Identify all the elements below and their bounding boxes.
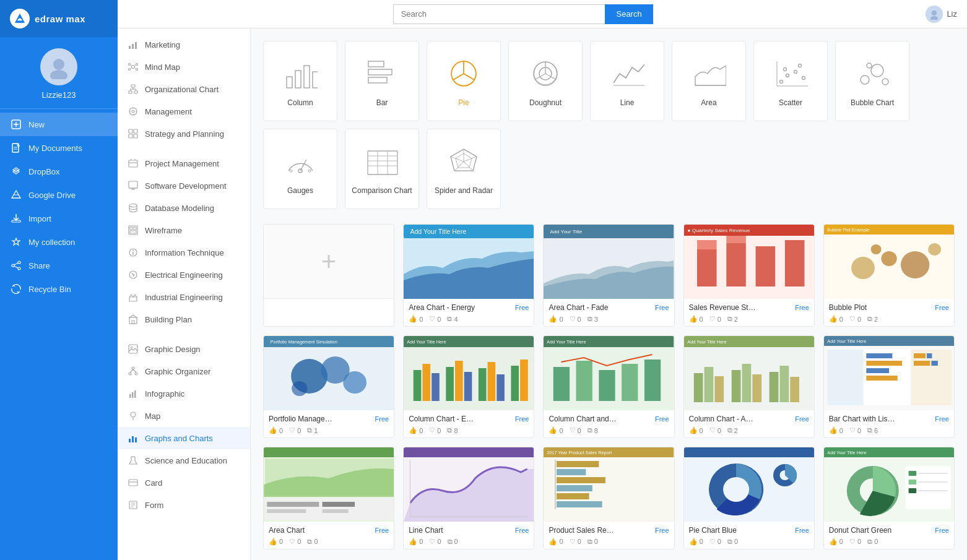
svg-line-129 (464, 162, 473, 171)
row3-5-free: Free (935, 527, 949, 534)
nav-item-google-drive[interactable]: Google Drive (0, 183, 118, 207)
bar-chart-icon (363, 55, 401, 92)
secondary-industrial[interactable]: Industrial Engineering (118, 286, 250, 308)
chart-type-column[interactable]: Column (263, 41, 337, 121)
chart-type-scatter[interactable]: Scatter (753, 41, 828, 121)
template-bar-list[interactable]: Add Your Title Here (823, 335, 955, 438)
nav-item-dropbox[interactable]: DropBox (0, 160, 118, 183)
svg-line-130 (454, 162, 464, 171)
secondary-orgchart[interactable]: Organizational Chart (118, 78, 250, 100)
template-row3-5[interactable]: Add Your Title Here (823, 447, 955, 549)
svg-point-0 (53, 59, 64, 70)
secondary-form[interactable]: Form (118, 494, 250, 516)
secondary-building[interactable]: Building Plan (118, 308, 250, 330)
secondary-marketing[interactable]: Marketing (118, 33, 250, 56)
secondary-database[interactable]: Database Modeling (118, 197, 250, 219)
chart-type-bubble[interactable]: Bubble Chart (835, 41, 909, 121)
template-row3-3[interactable]: 2017 Year Product Sales Report Pr (543, 447, 674, 549)
svg-rect-216 (323, 502, 355, 507)
svg-rect-142 (697, 240, 717, 249)
secondary-label-map: Map (145, 411, 160, 421)
recycle-icon (10, 283, 22, 295)
chart-type-line[interactable]: Line (590, 41, 664, 121)
svg-rect-22 (132, 44, 134, 49)
nav-item-share[interactable]: Share (0, 254, 118, 277)
secondary-science[interactable]: Science and Education (118, 449, 250, 472)
svg-point-113 (882, 79, 888, 85)
svg-rect-143 (726, 243, 746, 286)
secondary-card[interactable]: Card (118, 472, 250, 494)
template-portfolio[interactable]: Portfolio Management Simulation Portfoli… (263, 335, 394, 438)
chart-type-spider[interactable]: Spider and Radar (427, 129, 501, 209)
row3-5-copies: ⧉ 0 (867, 538, 878, 546)
svg-rect-141 (697, 249, 717, 286)
secondary-project[interactable]: Project Management (118, 152, 250, 174)
main-content: Column Bar (251, 28, 967, 560)
svg-rect-169 (455, 361, 463, 401)
secondary-graphic-design[interactable]: Graphic Design (118, 338, 250, 360)
search-input[interactable] (393, 4, 605, 24)
row3-4-hearts: ♡ 0 (709, 538, 721, 546)
svg-rect-228 (557, 485, 592, 491)
chart-type-doughnut[interactable]: Doughnut (508, 41, 583, 121)
svg-rect-49 (134, 134, 137, 138)
bubble-plot-likes: 👍 0 (829, 315, 843, 323)
doughnut-chart-icon (527, 55, 564, 92)
template-sales-revenue[interactable]: ● Quarterly Sales Revenue Sales Revenue … (683, 224, 815, 327)
svg-point-74 (135, 373, 137, 375)
scatter-chart-icon (772, 55, 809, 92)
svg-point-65 (132, 250, 134, 251)
svg-text:Add Your Title Here: Add Your Title Here (547, 340, 586, 345)
svg-rect-47 (134, 129, 137, 133)
svg-rect-190 (731, 370, 740, 402)
template-bubble-plot[interactable]: Bubble Plot Example Bubble Plot Free (823, 224, 955, 327)
nav-label-drive: Google Drive (28, 191, 76, 200)
pie-chart-icon (445, 55, 482, 92)
nav-item-collection[interactable]: My collection (0, 230, 118, 254)
template-column-line[interactable]: Add Your Title Here Column Chart and Li.… (543, 335, 674, 438)
secondary-infographic[interactable]: Infographic (118, 382, 250, 405)
secondary-mindmap[interactable]: Mind Map (118, 56, 250, 78)
chart-type-pie[interactable]: Pie (427, 41, 501, 121)
bubble-chart-icon (854, 55, 891, 92)
sales-revenue-copies: ⧉ 2 (727, 315, 738, 323)
secondary-strategy[interactable]: Strategy and Planning (118, 123, 250, 145)
template-area-energy[interactable]: Add Your Title Here Area Chart - Energy … (403, 224, 534, 327)
secondary-graphic-organizer[interactable]: Graphic Organizer (118, 360, 250, 382)
chart-type-bar[interactable]: Bar (345, 41, 419, 121)
chart-type-comparison[interactable]: Comparison Chart (345, 129, 419, 209)
nav-item-my-documents[interactable]: My Documents (0, 136, 118, 160)
template-row3-4[interactable]: Pie Chart Blue Free 👍 0 ♡ 0 ⧉ 0 (683, 447, 815, 549)
nav-item-recycle[interactable]: Recycle Bin (0, 277, 118, 301)
nav-item-import[interactable]: Import (0, 207, 118, 230)
nav-item-new[interactable]: New (0, 113, 118, 136)
secondary-graphs-charts[interactable]: Graphs and Charts (118, 427, 250, 449)
bubble-plot-copies: ⧉ 2 (867, 315, 878, 323)
new-template-card[interactable]: + (263, 224, 394, 327)
secondary-infotech[interactable]: Information Technique (118, 241, 250, 264)
template-row3-1[interactable]: Area Chart Free 👍 0 ♡ 0 ⧉ 0 (263, 447, 394, 549)
svg-rect-182 (622, 364, 638, 401)
infographic-icon (128, 388, 139, 399)
template-column-autumn[interactable]: Add Your Title Here (683, 335, 815, 438)
area-energy-free: Free (515, 304, 529, 311)
template-row3-2[interactable]: Line Chart Free 👍 0 ♡ 0 ⧉ 0 (403, 447, 534, 549)
template-area-fade[interactable]: Add Your Title Area Chart - Fade Free 👍 … (543, 224, 674, 327)
row3-5-preview: Add Your Title Here (824, 447, 954, 522)
svg-rect-183 (644, 360, 661, 401)
secondary-map[interactable]: Map (118, 405, 250, 427)
portfolio-hearts: ♡ 0 (289, 426, 301, 434)
secondary-label-electrical: Electrical Engineering (145, 270, 223, 280)
svg-rect-193 (769, 372, 778, 402)
secondary-software[interactable]: Software Development (118, 174, 250, 197)
search-button[interactable]: Search (605, 4, 653, 24)
secondary-wireframe[interactable]: Wireframe (118, 219, 250, 241)
secondary-electrical[interactable]: Electrical Engineering (118, 264, 250, 286)
chart-type-gauges[interactable]: Gauges (263, 129, 337, 209)
secondary-management[interactable]: Management (118, 100, 250, 123)
chart-type-area[interactable]: Area (672, 41, 746, 121)
sidebar: edraw max Lizzie123 New (0, 0, 118, 560)
template-column-energy[interactable]: Add Your Title Here (403, 335, 534, 438)
secondary-label-graphs: Graphs and Charts (145, 434, 213, 443)
svg-rect-180 (576, 361, 592, 401)
